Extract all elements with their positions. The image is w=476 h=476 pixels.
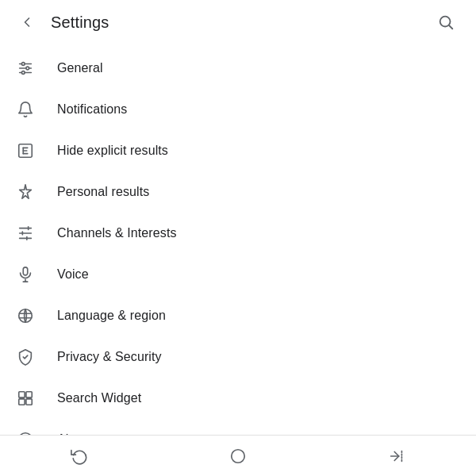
- mic-icon: [16, 265, 35, 284]
- sparkle-icon: [16, 182, 35, 202]
- settings-item-general[interactable]: General: [0, 48, 476, 89]
- voice-label: Voice: [57, 267, 89, 282]
- search-button[interactable]: [432, 8, 460, 36]
- back-button[interactable]: [13, 8, 41, 36]
- settings-item-channels-interests[interactable]: Channels & Interests: [0, 213, 476, 254]
- settings-item-personal-results[interactable]: Personal results: [0, 171, 476, 213]
- sliders-icon: [16, 59, 35, 78]
- svg-rect-20: [23, 267, 28, 275]
- personal-results-label: Personal results: [57, 185, 149, 199]
- language-region-label: Language & region: [57, 309, 166, 323]
- settings-item-voice[interactable]: Voice: [0, 254, 476, 295]
- svg-point-5: [21, 63, 25, 66]
- settings-item-hide-explicit[interactable]: Hide explicit results: [0, 130, 476, 171]
- bell-icon: [16, 100, 35, 119]
- svg-marker-13: [20, 185, 32, 198]
- page-title: Settings: [51, 13, 109, 32]
- header: Settings: [0, 0, 476, 44]
- channels-interests-label: Channels & Interests: [57, 226, 177, 240]
- general-label: General: [57, 61, 103, 75]
- settings-item-privacy-security[interactable]: Privacy & Security: [0, 336, 476, 378]
- header-left: Settings: [13, 8, 109, 36]
- svg-rect-28: [19, 399, 25, 405]
- notifications-label: Notifications: [57, 102, 127, 117]
- shield-icon: [16, 347, 35, 367]
- privacy-security-label: Privacy & Security: [57, 350, 162, 364]
- bottom-nav: [0, 435, 476, 476]
- tune-icon: [16, 224, 35, 243]
- explicit-icon: [16, 141, 35, 160]
- settings-item-notifications[interactable]: Notifications: [0, 89, 476, 130]
- settings-item-language-region[interactable]: Language & region: [0, 295, 476, 336]
- search-widget-label: Search Widget: [57, 391, 141, 405]
- svg-point-0: [440, 17, 451, 27]
- hide-explicit-label: Hide explicit results: [57, 144, 168, 158]
- svg-point-7: [21, 71, 25, 75]
- svg-rect-29: [26, 399, 32, 405]
- svg-rect-27: [26, 392, 32, 397]
- settings-list: General Notifications Hide explicit resu…: [0, 44, 476, 463]
- svg-rect-26: [19, 392, 25, 397]
- svg-point-6: [26, 67, 29, 70]
- widget-icon: [16, 389, 35, 408]
- nav-home-button[interactable]: [221, 439, 255, 474]
- settings-item-search-widget[interactable]: Search Widget: [0, 378, 476, 419]
- nav-refresh-button[interactable]: [62, 439, 97, 474]
- svg-point-33: [232, 449, 245, 463]
- nav-back-button[interactable]: [379, 439, 414, 474]
- svg-line-1: [449, 25, 452, 29]
- globe-icon: [16, 306, 35, 325]
